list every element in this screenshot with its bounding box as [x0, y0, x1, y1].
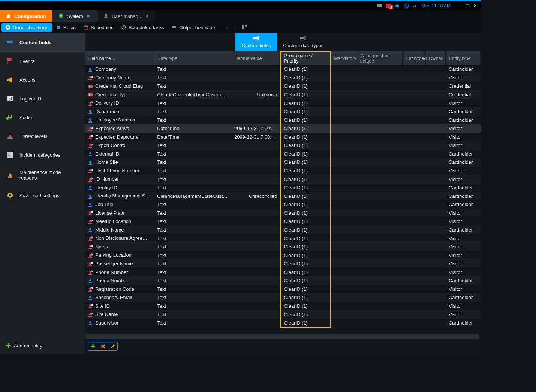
- col-unique[interactable]: Value must be unique: [357, 51, 402, 65]
- cell-default-value: [231, 268, 281, 277]
- tab-system[interactable]: System ✕: [52, 10, 97, 22]
- table-row[interactable]: Phone NumberTextClearID (1)Visitor: [85, 268, 481, 277]
- cell-default-value: Unknown: [231, 90, 281, 99]
- nav-back-button[interactable]: ‹: [223, 25, 231, 30]
- col-owner[interactable]: Owner: [425, 51, 445, 65]
- table-row[interactable]: Registration CodeTextClearID (1)Visitor: [85, 285, 481, 293]
- table-row[interactable]: Expected ArrivalDate/Time2099-12-31 7:00…: [85, 124, 481, 133]
- table-row[interactable]: External IDTextClearID (1)Cardholder: [85, 150, 481, 158]
- sidebar-item-incident-categories[interactable]: Incident categories: [0, 145, 85, 164]
- col-entity-type[interactable]: Entity type: [446, 51, 481, 65]
- cell-default-value: [231, 234, 281, 243]
- cell-text: ID Number: [95, 176, 119, 182]
- tab-user-management[interactable]: User manag... ✕: [97, 10, 155, 22]
- minimize-button[interactable]: ─: [457, 3, 463, 9]
- table-row[interactable]: Middle NameTextClearID (1)Cardholder: [85, 226, 481, 234]
- sidebar-item-logical-id[interactable]: Id Logical ID: [0, 89, 85, 108]
- tab-configuration[interactable]: Configuration: [0, 10, 52, 22]
- maximize-button[interactable]: ▢: [465, 3, 470, 9]
- cell-entity-type: Visitor: [446, 73, 481, 82]
- col-mandatory[interactable]: Mandatory: [331, 51, 357, 65]
- tray-alert-icon[interactable]: 3: [386, 3, 391, 9]
- toolbar-output-behaviors[interactable]: Output behaviors: [168, 23, 220, 32]
- nav-menu-button[interactable]: [239, 24, 251, 31]
- cell-mandatory: [331, 209, 357, 217]
- cell-group: ClearID (1): [281, 277, 331, 285]
- table-row[interactable]: Meetup LocationTextClearID (1)Visitor: [85, 217, 481, 226]
- sidebar-item-advanced-settings[interactable]: Advanced settings: [0, 186, 85, 205]
- visitor-icon: [88, 219, 93, 224]
- sidebar-item-events[interactable]: Events: [0, 52, 85, 70]
- table-row[interactable]: Home SiteTextClearID (1)Cardholder: [85, 158, 481, 167]
- cell-encrypted: [403, 242, 426, 251]
- cell-unique: [357, 302, 402, 310]
- toolbar-roles[interactable]: Roles: [52, 23, 79, 32]
- subtab-custom-data-types[interactable]: Custom data types: [277, 33, 329, 51]
- cell-entity-type: Visitor: [446, 133, 481, 141]
- sidebar-item-actions[interactable]: Actions: [0, 70, 85, 89]
- close-button[interactable]: ✕: [472, 3, 478, 9]
- grid-scroll-area[interactable]: Field name ▲ Data type Default value Gro…: [85, 51, 481, 334]
- table-row[interactable]: Identity IDTextClearID (1)Cardholder: [85, 183, 481, 192]
- table-row[interactable]: License PlateTextClearID (1)Visitor: [85, 209, 481, 217]
- cell-text: Parking Location: [95, 252, 132, 258]
- table-row[interactable]: Expected DepartureDate/Time2099-12-31 7:…: [85, 133, 481, 141]
- table-row[interactable]: Company NameTextClearID (1)Visitor: [85, 73, 481, 82]
- sidebar-item-audio[interactable]: Audio: [0, 108, 85, 127]
- col-default-value[interactable]: Default value: [231, 51, 281, 65]
- table-row[interactable]: Delivery IDTextClearID (1)Visitor: [85, 99, 481, 108]
- close-icon[interactable]: ✕: [145, 14, 149, 19]
- table-row[interactable]: Employee NumberTextClearID (1)Cardholder: [85, 116, 481, 124]
- svg-rect-24: [10, 133, 10, 134]
- tray-icon-1[interactable]: [377, 3, 382, 9]
- table-row[interactable]: SupervisorTextClearID (1)Cardholder: [85, 319, 481, 327]
- table-row[interactable]: Identity Management StatusClearIdManagem…: [85, 192, 481, 200]
- plus-icon: ✚: [6, 342, 11, 349]
- sidebar-item-maintenance-mode[interactable]: Maintenance mode reasons: [0, 164, 85, 186]
- table-row[interactable]: Site NameTextClearID (1)Visitor: [85, 310, 481, 319]
- separator: [222, 24, 222, 31]
- table-row[interactable]: Host Phone NumberTextClearID (1)Visitor: [85, 166, 481, 175]
- nav-forward-button[interactable]: ›: [231, 25, 238, 30]
- table-row[interactable]: Passenger NameTextClearID (1)Visitor: [85, 259, 481, 268]
- table-row[interactable]: Non Disclosure AgreementTextClearID (1)V…: [85, 234, 481, 243]
- table-row[interactable]: Parking LocationTextClearID (1)Visitor: [85, 251, 481, 260]
- cell-group: ClearID (1): [281, 234, 331, 243]
- table-row[interactable]: Export ControlTextClearID (1)Visitor: [85, 141, 481, 150]
- toolbar-schedules[interactable]: Schedules: [79, 23, 117, 32]
- table-row[interactable]: Credential Cloud EtagTextClearID (1)Cred…: [85, 82, 481, 91]
- globe-icon[interactable]: [404, 3, 409, 9]
- table-row[interactable]: DepartmentTextClearID (1)Cardholder: [85, 107, 481, 116]
- subtab-custom-fields[interactable]: Custom fields: [235, 33, 277, 51]
- table-row[interactable]: Job TitleTextClearID (1)Cardholder: [85, 200, 481, 209]
- toolbar-scheduled-tasks[interactable]: Scheduled tasks: [117, 23, 168, 32]
- col-data-type[interactable]: Data type: [154, 51, 231, 65]
- activity-icon[interactable]: [413, 3, 418, 9]
- volume-icon[interactable]: [395, 3, 400, 9]
- sidebar-item-threat-levels[interactable]: Threat levels: [0, 127, 85, 145]
- table-row[interactable]: CompanyTextClearID (1)Cardholder: [85, 65, 481, 73]
- table-row[interactable]: Secondary EmailTextClearID (1)Cardholder: [85, 293, 481, 302]
- cell-default-value: [231, 277, 281, 285]
- table-row[interactable]: Credential TypeClearIdCredentialTypeCust…: [85, 90, 481, 99]
- cell-entity-type: Cardholder: [446, 226, 481, 234]
- col-group-name-priority[interactable]: Group name / Priority: [281, 51, 331, 65]
- id-icon: Id: [6, 94, 14, 103]
- sidebar-item-custom-fields[interactable]: Custom fields: [0, 33, 85, 52]
- table-row[interactable]: Site IDTextClearID (1)Visitor: [85, 302, 481, 310]
- add-button[interactable]: [88, 342, 98, 350]
- col-encrypted[interactable]: Encrypted: [403, 51, 426, 65]
- edit-button[interactable]: [108, 342, 117, 350]
- cell-default-value: [231, 302, 281, 310]
- horizontal-scrollbar[interactable]: [86, 334, 479, 339]
- close-icon[interactable]: ✕: [86, 14, 90, 19]
- col-field-name[interactable]: Field name ▲: [85, 51, 154, 65]
- table-row[interactable]: ID NumberTextClearID (1)Visitor: [85, 175, 481, 184]
- table-row[interactable]: NotesTextClearID (1)Visitor: [85, 242, 481, 251]
- cell-owner: [425, 183, 445, 192]
- delete-button[interactable]: [98, 342, 108, 350]
- sidebar-item-label: Threat levels: [19, 133, 47, 139]
- toolbar-general-settings[interactable]: General settings: [1, 23, 52, 32]
- add-entity-button[interactable]: ✚ Add an entity: [0, 338, 85, 354]
- table-row[interactable]: Phone NumberTextClearID (1)Cardholder: [85, 277, 481, 285]
